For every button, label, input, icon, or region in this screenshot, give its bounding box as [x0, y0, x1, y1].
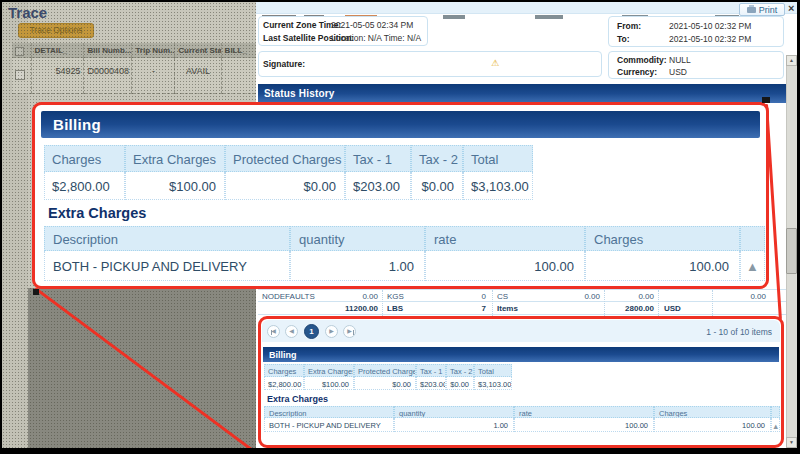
close-icon[interactable]: × — [788, 3, 794, 14]
trace-table-header-row: DETAIL_ Bill Numb...↑ Trip Num... Curren… — [12, 43, 256, 58]
extra-charges-table: Description quantity rate Charges BOTH -… — [44, 226, 765, 281]
extra-charges-row: BOTH - PICKUP AND DELIVERY 1.00 100.00 1… — [264, 418, 780, 432]
billing-column-header: Charges — [264, 364, 304, 377]
billing-value: $100.00 — [304, 377, 354, 390]
billing-value: $100.00 — [125, 172, 225, 200]
commodity-value: NULL — [669, 55, 691, 65]
pagination-last-icon[interactable]: ▶ — [343, 325, 356, 338]
totals-cell: 0.00 — [558, 292, 600, 301]
pagination-next-icon[interactable]: ▶ — [325, 325, 338, 338]
billing-header-row: Charges Extra Charges Protected Charges … — [264, 364, 512, 377]
extra-charges-column-header — [740, 226, 765, 251]
billing-value: $0.00 — [354, 377, 416, 390]
totals-cell: 0.00 — [608, 292, 654, 301]
billing-column-header: Charges — [44, 145, 125, 172]
currency-value: USD — [669, 67, 687, 77]
billing-header-row: Charges Extra Charges Protected Charges … — [44, 145, 533, 172]
trace-results-table: DETAIL_ Bill Numb...↑ Trip Num... Curren… — [12, 43, 256, 94]
current-status-cell: AVAIL — [175, 58, 221, 94]
billing-column-header: Tax - 2 — [446, 364, 474, 377]
billing-value: $3,103.00 — [463, 172, 533, 200]
totals-cell: NODEFAULTS — [262, 292, 315, 301]
billing-title: Billing — [269, 350, 297, 360]
row-checkbox[interactable] — [15, 70, 25, 80]
totals-cell: 7 — [438, 304, 486, 313]
signature-box: Signature: ⚠ — [258, 51, 602, 77]
pagination-range-text: 1 - 10 of 10 items — [706, 327, 772, 337]
billing-value: $3,103.00 — [474, 377, 512, 390]
pagination-first-icon[interactable]: ◀ — [267, 325, 280, 338]
extra-charges-column-header: Description — [264, 406, 394, 418]
to-label: To: — [617, 34, 630, 44]
totals-cell: USD — [664, 304, 681, 313]
column-header-current-status[interactable]: Current Statu...↓ — [175, 43, 221, 58]
from-value: 2021-05-10 02:32 PM — [669, 21, 751, 31]
totals-cell: 11200.00 — [318, 304, 378, 313]
warning-icon: ⚠ — [491, 58, 499, 68]
billing-value-row: $2,800.00 $100.00 $0.00 $203.00 $0.00 $3… — [264, 377, 512, 390]
extra-charge-rate: 100.00 — [514, 418, 654, 432]
billing-column-header: Protected Charges — [225, 145, 345, 172]
billing-value: $0.00 — [411, 172, 463, 200]
totals-cell: KGS — [387, 292, 404, 301]
extra-charges-column-header: Description — [44, 226, 290, 251]
pagination-bar: ◀ ◀ 1 ▶ ▶ 1 - 10 of 10 items — [262, 320, 780, 342]
row-sort-icon[interactable]: ▲ — [771, 418, 780, 432]
extra-charges-table: Description quantity rate Charges BOTH -… — [264, 406, 780, 432]
pagination-current-page[interactable]: 1 — [304, 324, 319, 339]
billing-column-header: Protected Charges — [354, 364, 416, 377]
last-satellite-value: Location: N/A Time: N/A — [331, 33, 421, 43]
clipped-text-fragment — [535, 15, 563, 19]
billing-value: $203.00 — [345, 172, 411, 200]
billing-value: $2,800.00 — [44, 172, 125, 200]
pagination-prev-icon[interactable]: ◀ — [285, 325, 298, 338]
billing-table: Charges Extra Charges Protected Charges … — [44, 145, 533, 200]
extra-charges-title: Extra Charges — [48, 205, 146, 221]
print-button[interactable]: Print — [739, 3, 785, 16]
column-header-trip-number[interactable]: Trip Num... — [132, 43, 175, 58]
column-header-label: Current Statu... — [178, 46, 221, 55]
totals-cell: LBS — [387, 304, 403, 313]
billing-value: $0.00 — [446, 377, 474, 390]
extra-charges-title: Extra Charges — [267, 394, 328, 404]
billing-magnified-callout: Billing Charges Extra Charges Protected … — [32, 102, 769, 289]
totals-row: 11200.00 LBS 7 Items 2800.00 USD — [258, 302, 786, 315]
status-history-header: Status History — [258, 84, 786, 103]
billing-value: $2,800.00 — [264, 377, 304, 390]
totals-row: NODEFAULTS 0.00 KGS 0 CS 0.00 0.00 0.00 — [258, 289, 786, 302]
billing-panel-header: Billing — [263, 347, 779, 362]
scroll-up-icon[interactable]: ▲ — [786, 55, 797, 66]
bill-number-link[interactable]: D0000408 — [84, 58, 132, 94]
current-zone-time-label: Current Zone Time: — [263, 20, 341, 30]
extra-charges-header-row: Description quantity rate Charges — [264, 406, 780, 418]
totals-cell: 2800.00 — [608, 304, 654, 313]
extra-charge-description: BOTH - PICKUP AND DELIVERY — [44, 251, 290, 281]
column-header-detail[interactable]: DETAIL_ — [32, 43, 85, 58]
extra-charge-rate: 100.00 — [425, 251, 585, 281]
column-header-label: DETAIL_ — [35, 46, 68, 55]
trace-options-button[interactable]: Trace Options — [18, 23, 94, 38]
billing-column-header: Extra Charges — [125, 145, 225, 172]
extra-charges-column-header: Charges — [585, 226, 740, 251]
clipped-text-fragment — [443, 15, 465, 19]
column-header-label: Trip Num... — [135, 46, 175, 55]
column-header-bill[interactable]: BILL_ — [222, 43, 256, 58]
status-history-title: Status History — [264, 88, 335, 99]
scroll-down-icon[interactable]: ▼ — [786, 437, 797, 448]
current-zone-time-value: 2021-05-05 02:34 PM — [331, 20, 413, 30]
select-all-checkbox[interactable] — [12, 43, 32, 58]
row-sort-icon[interactable]: ▲ — [740, 251, 765, 281]
billing-table: Charges Extra Charges Protected Charges … — [264, 364, 512, 390]
extra-charges-row: BOTH - PICKUP AND DELIVERY 1.00 100.00 1… — [44, 251, 765, 281]
totals-cell: CS — [497, 292, 508, 301]
extra-charges-column-header: quantity — [394, 406, 514, 418]
column-header-label: BILL_ — [225, 46, 247, 55]
column-header-bill-number[interactable]: Bill Numb...↑ — [84, 43, 132, 58]
screenshot-root: Trace Trace Options DETAIL_ Bill Numb...… — [0, 0, 800, 454]
commodity-label: Commodity: — [617, 55, 667, 65]
billing-column-header: Extra Charges — [304, 364, 354, 377]
checkbox-icon — [15, 47, 24, 56]
column-header-label: Bill Numb... — [87, 46, 131, 55]
page-title: Trace — [8, 4, 47, 21]
scrollbar-thumb[interactable] — [786, 228, 797, 274]
